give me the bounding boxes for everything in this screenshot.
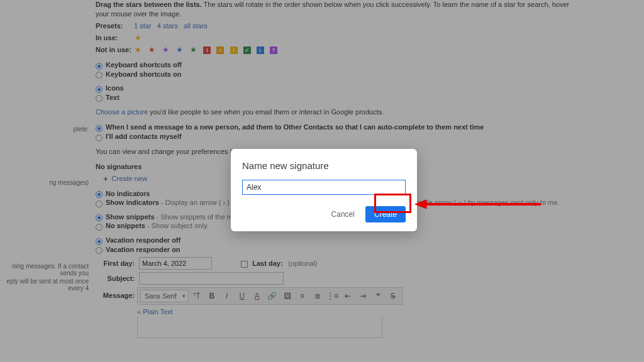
annotation-arrow-icon	[415, 199, 541, 209]
signature-name-input[interactable]	[242, 180, 406, 195]
name-signature-dialog: Name new signature Cancel Create	[231, 149, 417, 231]
svg-marker-1	[415, 200, 426, 209]
annotation-highlight	[374, 194, 411, 213]
cancel-button[interactable]: Cancel	[325, 206, 361, 222]
dialog-title: Name new signature	[242, 160, 406, 171]
